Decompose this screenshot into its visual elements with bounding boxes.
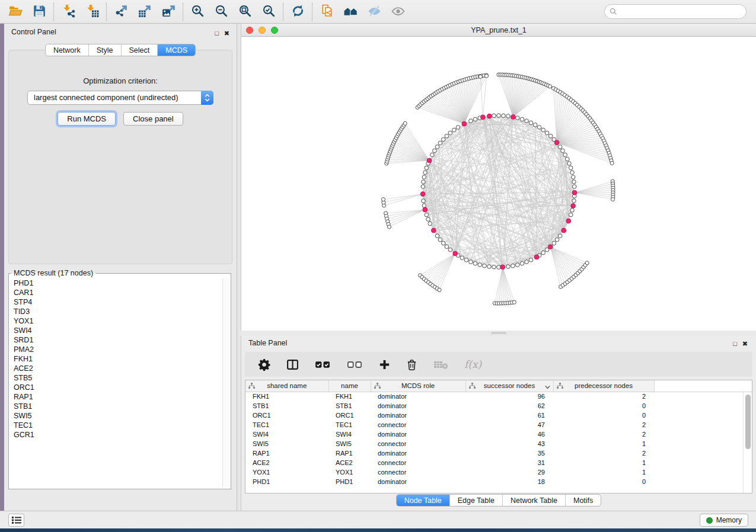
mcds-result-item[interactable]: STB5 <box>14 373 231 383</box>
column-header-predecessor-nodes[interactable]: predecessor nodes <box>553 380 654 392</box>
mcds-result-item[interactable]: PMA2 <box>14 345 231 354</box>
cell-successor_nodes[interactable]: 96 <box>465 392 553 401</box>
column-header-name[interactable]: name <box>328 380 371 392</box>
cell-mcds_role[interactable]: connector <box>371 458 465 467</box>
cell-predecessor_nodes[interactable]: 0 <box>553 411 654 420</box>
cell-mcds_role[interactable]: connector <box>371 439 465 448</box>
result-list-scrollbar[interactable] <box>222 278 230 488</box>
column-header-shared-name[interactable]: shared name <box>245 380 328 392</box>
import-network-button[interactable] <box>56 2 80 21</box>
mcds-result-item[interactable]: CAR1 <box>14 288 231 297</box>
add-button[interactable] <box>379 359 390 370</box>
copy-view-button[interactable] <box>315 2 339 21</box>
optimization-criterion-select[interactable]: largest connected component (undirected) <box>27 91 213 105</box>
tab-select[interactable]: Select <box>121 44 158 56</box>
column-header-MCDS-role[interactable]: MCDS role <box>371 380 465 392</box>
cell-predecessor_nodes[interactable]: 0 <box>553 477 654 486</box>
mcds-result-item[interactable]: TID3 <box>14 307 231 316</box>
settings-button[interactable] <box>258 358 270 371</box>
mcds-result-item[interactable]: SWI5 <box>14 411 231 421</box>
cell-name[interactable]: PHD1 <box>328 477 371 486</box>
cell-successor_nodes[interactable]: 47 <box>465 420 553 430</box>
cell-name[interactable]: TEC1 <box>328 420 371 430</box>
table-row[interactable]: PHD1PHD1dominator180 <box>245 477 752 486</box>
table-row[interactable]: YOX1YOX1connector291 <box>245 467 752 477</box>
export-image-button[interactable] <box>157 2 180 21</box>
cell-name[interactable]: ORC1 <box>328 411 371 420</box>
table-row[interactable]: SWI5SWI5connector431 <box>245 439 752 448</box>
select-all-checks-button[interactable] <box>315 360 331 370</box>
cell-name[interactable]: SWI5 <box>328 439 371 448</box>
cell-predecessor_nodes[interactable]: 2 <box>553 420 654 430</box>
cell-shared_name[interactable]: ORC1 <box>245 411 328 420</box>
tab-mcds[interactable]: MCDS <box>157 44 195 56</box>
export-network-button[interactable] <box>109 2 133 21</box>
cell-predecessor_nodes[interactable]: 0 <box>553 401 654 411</box>
close-panel-icon[interactable]: ✖ <box>224 30 229 37</box>
cell-successor_nodes[interactable]: 31 <box>465 458 553 467</box>
cell-name[interactable]: STB1 <box>328 401 371 411</box>
cell-name[interactable]: FKH1 <box>328 392 371 401</box>
cell-shared_name[interactable]: TEC1 <box>245 420 328 430</box>
cell-shared_name[interactable]: SWI5 <box>245 439 328 448</box>
memory-button[interactable]: Memory <box>700 514 748 527</box>
cell-successor_nodes[interactable]: 61 <box>465 411 553 420</box>
column-header-successor-nodes[interactable]: successor nodes <box>465 380 553 392</box>
table-row[interactable]: SWI4SWI4dominator462 <box>245 430 752 439</box>
table-scrollbar[interactable] <box>743 392 752 493</box>
mcds-result-item[interactable]: SRD1 <box>14 335 231 345</box>
cell-shared_name[interactable]: SWI4 <box>245 430 328 439</box>
cell-shared_name[interactable]: PHD1 <box>245 477 328 486</box>
mcds-result-item[interactable]: STP4 <box>14 297 231 307</box>
zoom-out-button[interactable] <box>209 2 233 21</box>
mcds-result-item[interactable]: RAP1 <box>14 392 231 402</box>
mcds-result-item[interactable]: PHD1 <box>14 278 231 288</box>
cell-successor_nodes[interactable]: 29 <box>465 467 553 477</box>
mcds-result-item[interactable]: STB1 <box>14 402 231 411</box>
save-session-button[interactable] <box>27 2 51 21</box>
tab-node-table[interactable]: Node Table <box>397 495 449 506</box>
float-panel-icon[interactable]: □ <box>215 30 219 37</box>
mcds-result-item[interactable]: ACE2 <box>14 364 231 373</box>
cell-mcds_role[interactable]: dominator <box>371 411 465 420</box>
export-table-button[interactable] <box>133 2 157 21</box>
table-row[interactable]: TEC1TEC1connector472 <box>245 420 752 430</box>
split-columns-button[interactable] <box>286 358 299 371</box>
search-box[interactable] <box>604 4 747 19</box>
cell-successor_nodes[interactable]: 46 <box>465 430 553 439</box>
table-row[interactable]: RAP1RAP1dominator352 <box>245 448 752 458</box>
cell-mcds_role[interactable]: connector <box>371 467 465 477</box>
table-row[interactable]: ORC1ORC1dominator610 <box>245 411 752 420</box>
cell-successor_nodes[interactable]: 18 <box>465 477 553 486</box>
tab-edge-table[interactable]: Edge Table <box>449 495 502 506</box>
close-table-panel-icon[interactable]: ✖ <box>742 341 748 347</box>
cell-predecessor_nodes[interactable]: 2 <box>553 392 654 401</box>
deselect-all-checks-button[interactable] <box>347 360 363 370</box>
cell-name[interactable]: RAP1 <box>328 448 371 458</box>
cell-predecessor_nodes[interactable]: 2 <box>553 448 654 458</box>
refresh-button[interactable] <box>286 2 310 21</box>
close-panel-button[interactable]: Close panel <box>123 112 183 126</box>
first-neighbors-button[interactable] <box>339 2 362 21</box>
cell-predecessor_nodes[interactable]: 2 <box>553 430 654 439</box>
network-canvas[interactable] <box>241 37 756 330</box>
search-input[interactable] <box>617 6 746 18</box>
cell-name[interactable]: ACE2 <box>328 458 371 467</box>
cell-mcds_role[interactable]: dominator <box>371 430 465 439</box>
mcds-result-item[interactable]: SWI4 <box>14 326 231 335</box>
cell-mcds_role[interactable]: dominator <box>371 401 465 411</box>
cell-successor_nodes[interactable]: 43 <box>465 439 553 448</box>
mcds-result-item[interactable]: ORC1 <box>14 383 231 392</box>
cell-mcds_role[interactable]: dominator <box>371 448 465 458</box>
mcds-result-item[interactable]: YOX1 <box>14 316 231 326</box>
tab-network[interactable]: Network <box>46 44 88 56</box>
cell-name[interactable]: YOX1 <box>328 467 371 477</box>
cell-shared_name[interactable]: FKH1 <box>245 392 328 401</box>
float-table-panel-icon[interactable]: □ <box>733 341 737 347</box>
horizontal-splitter[interactable] <box>241 331 756 336</box>
show-all-button[interactable] <box>386 2 410 21</box>
mcds-result-item[interactable]: GCR1 <box>14 430 231 440</box>
cell-predecessor_nodes[interactable]: 1 <box>553 439 654 448</box>
cell-shared_name[interactable]: RAP1 <box>245 448 328 458</box>
cell-successor_nodes[interactable]: 35 <box>465 448 553 458</box>
